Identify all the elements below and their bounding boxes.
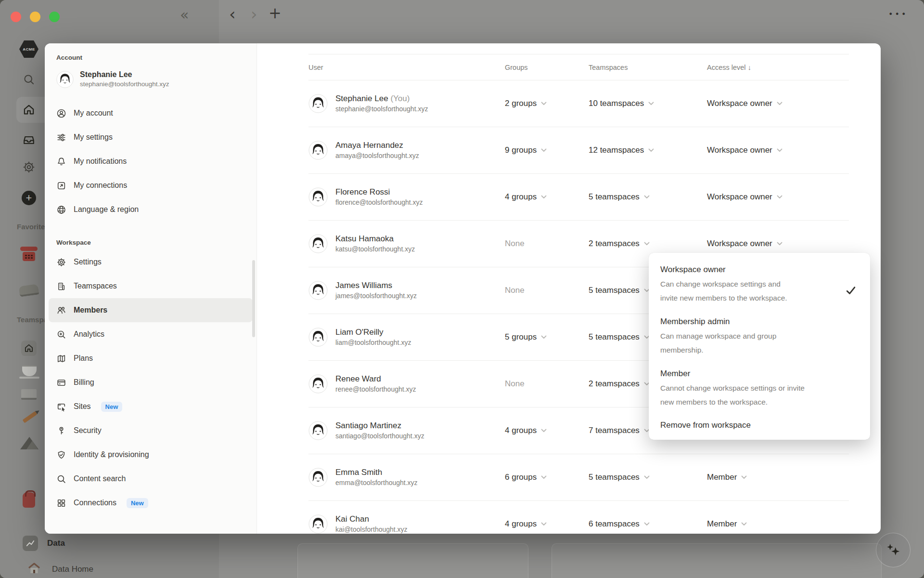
chevron-down-icon <box>777 148 783 152</box>
avatar <box>308 187 328 207</box>
new-page-plus-icon[interactable]: + <box>22 191 36 205</box>
member-row: Kai Chan kai@toolsforthought.xyz 4 group… <box>308 501 849 534</box>
laptop-emoji-icon[interactable] <box>21 389 37 400</box>
sidebar-scrollbar[interactable] <box>252 260 255 337</box>
teamspaces-dropdown[interactable]: 12 teamspaces <box>589 145 654 155</box>
groups-dropdown[interactable]: 9 groups <box>505 145 547 155</box>
chevron-down-icon <box>541 148 547 152</box>
inbox-icon[interactable] <box>22 133 36 147</box>
profile-name: Stephanie Lee <box>80 70 169 80</box>
teamspaces-dropdown[interactable]: 10 teamspaces <box>589 99 654 108</box>
sidebar-collapse-icon[interactable]: « <box>180 8 189 22</box>
account-section-header: Account <box>56 54 257 61</box>
member-email: stephanie@toolsforthought.xyz <box>335 105 428 114</box>
search-icon <box>56 474 66 484</box>
groups-dropdown[interactable]: 2 groups <box>505 99 547 108</box>
nav-item-teamspaces[interactable]: Teamspaces <box>49 274 253 298</box>
new-tab-icon[interactable]: + <box>269 5 282 21</box>
teamspaces-dropdown[interactable]: 5 teamspaces <box>589 192 650 202</box>
forward-icon[interactable]: › <box>251 6 257 22</box>
search-icon[interactable] <box>23 73 35 86</box>
member-row: Stephanie Lee (You) stephanie@toolsforth… <box>308 80 849 127</box>
groups-dropdown[interactable]: 4 groups <box>505 192 547 202</box>
menu-option-workspace-owner[interactable]: Workspace owner Can change workspace set… <box>649 257 870 309</box>
settings-gear-icon[interactable] <box>22 160 36 174</box>
nav-item-settings[interactable]: Settings <box>49 250 253 274</box>
member-email: james@toolsforthought.xyz <box>335 291 417 301</box>
teamspaces-dropdown[interactable]: 7 teamspaces <box>589 426 650 435</box>
groups-dropdown[interactable]: 6 groups <box>505 473 547 482</box>
nav-item-connections[interactable]: ConnectionsNew <box>49 491 253 515</box>
sidebar-item-data-home[interactable]: Data Home <box>52 565 93 574</box>
new-badge: New <box>127 498 148 508</box>
chevron-down-icon <box>648 102 654 105</box>
teamspaces-dropdown[interactable]: 5 teamspaces <box>589 332 650 342</box>
window-minimize-button[interactable] <box>30 12 40 22</box>
background-card <box>552 543 882 578</box>
account-profile[interactable]: Stephanie Lee stephanie@toolsforthought.… <box>49 68 253 91</box>
avatar <box>308 468 328 487</box>
data-home-icon[interactable] <box>28 563 40 574</box>
back-icon[interactable]: ‹ <box>229 6 236 22</box>
phone-emoji-icon[interactable] <box>20 247 38 262</box>
access-level-dropdown[interactable]: Member <box>707 519 747 529</box>
magnifier-plus-icon <box>56 329 66 340</box>
column-groups: Groups <box>505 64 589 71</box>
teamspaces-dropdown[interactable]: 2 teamspaces <box>589 379 650 389</box>
background-card <box>297 543 528 578</box>
groups-none-value: None <box>505 239 525 248</box>
access-level-dropdown[interactable]: Workspace owner <box>707 239 783 249</box>
teamspaces-dropdown[interactable]: 6 teamspaces <box>589 519 650 529</box>
avatar <box>308 328 328 347</box>
nav-item-my-settings[interactable]: My settings <box>49 125 253 149</box>
arrow-out-box-icon <box>56 181 66 191</box>
nav-item-my-connections[interactable]: My connections <box>49 173 253 197</box>
window-close-button[interactable] <box>11 12 21 22</box>
mountain-emoji-icon[interactable] <box>20 437 38 449</box>
nav-item-security[interactable]: Security <box>49 419 253 443</box>
member-email: katsu@toolsforthought.xyz <box>335 245 415 254</box>
avatar <box>308 421 328 440</box>
nav-item-content-search[interactable]: Content search <box>49 467 253 491</box>
column-access-level[interactable]: Access level ↓ <box>707 64 849 71</box>
chevron-down-icon <box>741 522 747 526</box>
nav-item-billing[interactable]: Billing <box>49 370 253 394</box>
access-level-dropdown[interactable]: Workspace owner <box>707 192 783 202</box>
column-user: User <box>308 64 505 71</box>
nav-item-sites[interactable]: SitesNew <box>49 394 253 419</box>
more-menu-icon[interactable]: ••• <box>888 11 908 18</box>
menu-option-remove-from-workspace[interactable]: Remove from workspace <box>649 413 870 435</box>
nav-item-language-region[interactable]: Language & region <box>49 197 253 222</box>
ai-sparkle-button[interactable] <box>876 533 911 567</box>
window-zoom-button[interactable] <box>49 12 60 22</box>
nav-item-my-notifications[interactable]: My notifications <box>49 149 253 173</box>
home-icon[interactable] <box>22 103 36 117</box>
member-name: James Williams <box>335 280 417 291</box>
teamspace-home-icon[interactable] <box>21 341 37 356</box>
data-section-icon[interactable] <box>23 536 38 551</box>
groups-dropdown[interactable]: 4 groups <box>505 426 547 435</box>
groups-dropdown[interactable]: 5 groups <box>505 332 547 342</box>
grid-icon <box>56 498 66 508</box>
teamspaces-dropdown[interactable]: 5 teamspaces <box>589 473 650 482</box>
nav-item-members[interactable]: Members <box>49 298 253 322</box>
access-level-dropdown[interactable]: Workspace owner <box>707 99 783 108</box>
menu-option-membership-admin[interactable]: Membership admin Can manage workspace an… <box>649 309 870 361</box>
access-level-dropdown[interactable]: Member <box>707 473 747 482</box>
settings-sidebar: Account Stephanie Lee stephanie@toolsfor… <box>45 43 257 534</box>
backpack-emoji-icon[interactable] <box>23 492 35 508</box>
member-name: Kai Chan <box>335 514 408 525</box>
nav-item-identity-provisioning[interactable]: Identity & provisioning <box>49 443 253 467</box>
menu-option-member[interactable]: Member Cannot change workspace settings … <box>649 361 870 413</box>
member-email: amaya@toolsforthought.xyz <box>335 151 419 161</box>
groups-dropdown[interactable]: 4 groups <box>505 519 547 529</box>
member-name: Emma Smith <box>335 467 418 478</box>
access-level-dropdown[interactable]: Workspace owner <box>707 145 783 155</box>
teamspaces-dropdown[interactable]: 5 teamspaces <box>589 286 650 295</box>
nav-item-analytics[interactable]: Analytics <box>49 322 253 346</box>
member-email: kai@toolsforthought.xyz <box>335 525 408 534</box>
nav-item-plans[interactable]: Plans <box>49 346 253 370</box>
nav-item-my-account[interactable]: My account <box>49 101 253 125</box>
teamspaces-dropdown[interactable]: 2 teamspaces <box>589 239 650 249</box>
sidebar-section-data[interactable]: Data <box>47 539 65 548</box>
